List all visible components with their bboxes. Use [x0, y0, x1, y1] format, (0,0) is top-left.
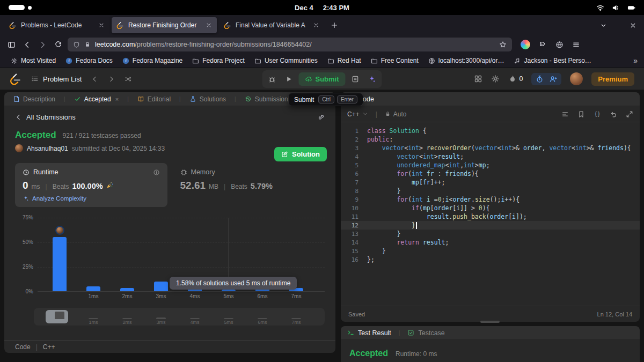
all-submissions-link[interactable]: All Submissions: [15, 113, 76, 121]
chart-bar-1ms[interactable]: [86, 286, 100, 291]
panel-tab-submissions[interactable]: Submissions: [243, 95, 294, 103]
author-name[interactable]: Ahsanulhaq01: [27, 145, 68, 152]
panel-tab-solutions[interactable]: Solutions: [187, 95, 228, 103]
invite-button[interactable]: [549, 75, 557, 83]
chart-minimap[interactable]: 1ms2ms3ms4ms5ms6ms7ms: [34, 308, 325, 326]
info-icon[interactable]: [153, 169, 160, 176]
streak-counter[interactable]: 0: [508, 75, 523, 83]
random-problem-button[interactable]: [125, 76, 131, 83]
new-tab-button[interactable]: [327, 18, 341, 32]
panel-tab-accepted[interactable]: Accepted×: [72, 95, 121, 103]
post-solution-button[interactable]: Solution: [274, 147, 327, 161]
url-bar[interactable]: leetcode.com /problems/restore-finishing…: [68, 38, 512, 51]
firefox-account-avatar[interactable]: [521, 40, 530, 49]
code-line-10[interactable]: 10 if(mp[order[i]] > 0){: [341, 204, 640, 212]
code-line-1[interactable]: 1class Solution {: [341, 127, 640, 135]
bookmark-free-content[interactable]: Free Content: [367, 55, 423, 66]
memory-stat-card[interactable]: Memory 52.61 MB | Beats 5.79%: [173, 163, 325, 207]
tracking-protection-icon[interactable]: [73, 41, 80, 48]
tab-close-icon[interactable]: [206, 22, 212, 28]
back-button[interactable]: [21, 39, 33, 51]
bookmark-fedora-magazine[interactable]: fFedora Magazine: [118, 55, 187, 66]
code-line-13[interactable]: 13 }: [341, 230, 640, 238]
bookmark-icon[interactable]: [577, 110, 585, 118]
system-tray[interactable]: [596, 4, 635, 12]
next-problem-button[interactable]: [108, 76, 115, 83]
code-line-5[interactable]: 5 unordered_map<int,int>mp;: [341, 161, 640, 169]
code-line-7[interactable]: 7 mp[fr]++;: [341, 178, 640, 187]
reload-button[interactable]: [52, 39, 64, 51]
run-button[interactable]: [282, 73, 295, 85]
bookmark-red-hat[interactable]: Red Hat: [323, 55, 365, 66]
panel-tab-editorial[interactable]: Editorial: [135, 95, 173, 103]
browser-tab-final-value-of-variable-a[interactable]: Final Value of Variable A: [219, 17, 324, 33]
chart-bar-3ms[interactable]: [154, 282, 168, 291]
debugger-button[interactable]: [265, 73, 279, 85]
auto-save-indicator[interactable]: Auto: [385, 110, 407, 118]
bookmark-user-communities[interactable]: User Communities: [250, 55, 322, 66]
code-line-8[interactable]: 8 }: [341, 187, 640, 195]
apps-grid-icon[interactable]: [474, 75, 482, 83]
code-line-11[interactable]: 11 result.push_back(order[i]);: [341, 212, 640, 221]
runtime-stat-card[interactable]: Runtime 0 ms | Beats 100.00%: [15, 163, 167, 207]
tab-close-icon[interactable]: [313, 22, 319, 28]
notes-button[interactable]: [349, 73, 362, 85]
fullscreen-icon[interactable]: [626, 110, 633, 118]
analyze-complexity-button[interactable]: Analyze Complexity: [23, 195, 160, 202]
forward-button[interactable]: [36, 39, 49, 51]
list-all-tabs-button[interactable]: [600, 22, 607, 29]
line-number: 11: [341, 213, 358, 220]
code-line-4[interactable]: 4 vector<int>result;: [341, 152, 640, 161]
tab-close-icon[interactable]: [98, 22, 105, 28]
problem-list-button[interactable]: Problem List: [31, 75, 82, 83]
submit-button[interactable]: Submit: [298, 72, 345, 86]
https-lock-icon[interactable]: [84, 41, 91, 48]
code-line-2[interactable]: 2public:: [341, 135, 640, 144]
clock[interactable]: Dec 4 2:43 PM: [0, 4, 644, 12]
code-line-9[interactable]: 9 for(int i =0;i<order.size();i++){: [341, 195, 640, 204]
bookmark-most-visited[interactable]: Most Visited: [6, 55, 60, 66]
code-line-14[interactable]: 14 return result;: [341, 238, 640, 247]
ai-assistant-button[interactable]: [365, 73, 379, 85]
browser-tab-restore-finishing-order[interactable]: Restore Finishing Order: [112, 17, 217, 33]
extensions-icon[interactable]: [539, 41, 547, 49]
format-code-icon[interactable]: [561, 110, 569, 118]
panel-tab-close-icon[interactable]: ×: [115, 96, 119, 102]
bookmark-fedora-docs[interactable]: fFedora Docs: [61, 55, 117, 66]
code-line-16[interactable]: 16};: [341, 255, 640, 264]
language-selector[interactable]: C++: [347, 110, 368, 118]
sidebar-toggle-icon[interactable]: [5, 39, 18, 51]
timer-button[interactable]: [536, 75, 544, 83]
code-line-15[interactable]: 15 }: [341, 247, 640, 255]
settings-gear-icon[interactable]: [491, 75, 500, 83]
chart-bar-0ms[interactable]: [53, 237, 67, 291]
leetcode-logo[interactable]: [10, 73, 21, 85]
bookmark-localhost-3000-api-or[interactable]: localhost:3000/api/or…: [424, 55, 509, 66]
footer-code-label[interactable]: Code: [15, 343, 31, 351]
translate-globe-icon[interactable]: [555, 41, 564, 49]
snippets-icon[interactable]: {}: [594, 110, 601, 118]
tab-test-result[interactable]: Test Result: [347, 329, 391, 337]
code-line-12[interactable]: 12 }: [341, 221, 640, 230]
bookmark-fedora-project[interactable]: Fedora Project: [188, 55, 249, 66]
browser-tab-problems-leetcode[interactable]: Problems - LeetCode: [4, 17, 109, 33]
code-editor[interactable]: 1class Solution {2public:3 vector<int> r…: [341, 122, 640, 306]
premium-button[interactable]: Premium: [591, 72, 634, 86]
bookmark-star-icon[interactable]: [499, 41, 507, 48]
panel-tab-description[interactable]: Description: [11, 95, 57, 103]
chart-bar-2ms[interactable]: [120, 288, 134, 291]
share-link-icon[interactable]: [318, 114, 325, 121]
history-icon: [245, 95, 252, 102]
bookmark-jackson-best-perso[interactable]: Jackson - Best Perso…: [509, 55, 595, 66]
code-line-3[interactable]: 3 vector<int> recoverOrder(vector<int>& …: [341, 144, 640, 152]
code-line-6[interactable]: 6 for(int fr : friends){: [341, 169, 640, 178]
tab-testcase[interactable]: Testcase: [407, 329, 444, 337]
reset-code-icon[interactable]: [610, 110, 617, 118]
user-avatar[interactable]: [570, 72, 583, 85]
app-menu-icon[interactable]: [572, 41, 580, 49]
panel-resize-handle[interactable]: [480, 321, 500, 323]
window-close-button[interactable]: [630, 22, 636, 29]
prev-problem-button[interactable]: [91, 76, 98, 83]
chart-bar-5ms[interactable]: [222, 290, 236, 291]
bookmarks-overflow-chevron[interactable]: »: [633, 56, 638, 65]
